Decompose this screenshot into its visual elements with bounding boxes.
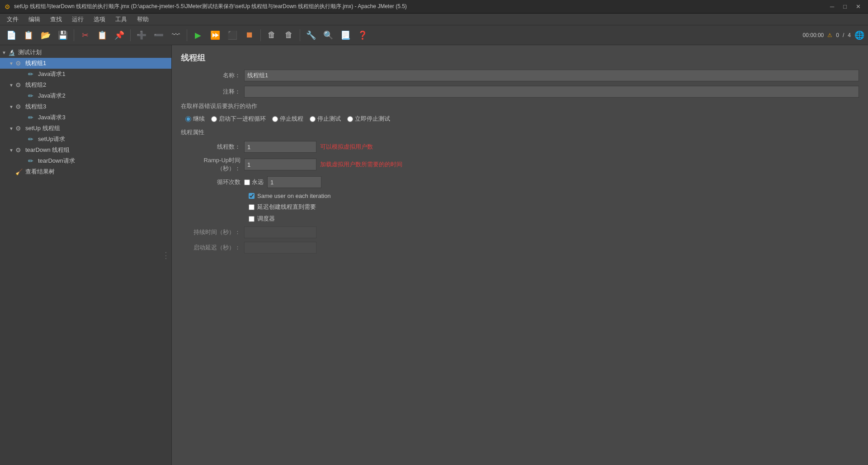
function-helper-button[interactable]: 🔧 [303, 28, 319, 43]
thread-count-row: 线程数： 可以模拟虚拟用户数 [181, 141, 859, 153]
scheduler-row[interactable]: 调度器 [249, 215, 859, 223]
scheduler-checkbox[interactable] [249, 216, 255, 222]
thread-count-label: 线程数： [181, 143, 244, 151]
delay-create-checkbox[interactable] [249, 204, 255, 210]
shutdown-button[interactable]: ⏹ [242, 28, 257, 43]
warning-count: 0 [836, 32, 839, 38]
window-title: setUp 线程组与tearDown 线程组的执行顺序.jmx (D:\apac… [14, 3, 827, 10]
sidebar-item-java-request-1[interactable]: ✏ Java请求1 [0, 69, 171, 80]
duration-row: 持续时间（秒）： [181, 226, 859, 238]
collapse-button[interactable]: ➖ [151, 28, 166, 43]
paste-button[interactable]: 📌 [112, 28, 127, 43]
separator-4 [260, 29, 261, 41]
pencil-icon-setup-req: ✏ [28, 136, 36, 143]
copy-button[interactable]: 📋 [94, 28, 110, 43]
name-row: 名称： [181, 70, 859, 81]
sidebar-item-teardown-request[interactable]: ✏ tearDown请求 [0, 155, 171, 166]
toolbar: 📄 📋 📂 💾 ✂ 📋 📌 ➕ ➖ 〰 ▶ ⏩ ⬛ ⏹ 🗑 🗑 🔧 🔍 📃 ❓ … [0, 25, 868, 45]
loop-count-input[interactable] [267, 176, 321, 188]
comment-input[interactable] [244, 86, 859, 98]
thread-props-title: 线程属性 [181, 128, 859, 136]
rampup-input[interactable] [244, 159, 316, 170]
loop-forever-text: 永远 [252, 178, 264, 186]
sidebar-item-setup-thread-group[interactable]: ▼ ⚙ setUp 线程组 [0, 123, 171, 134]
menu-file[interactable]: 文件 [2, 14, 23, 25]
menu-edit[interactable]: 编辑 [24, 14, 45, 25]
sidebar-item-thread-group-2[interactable]: ▼ ⚙ 线程组2 [0, 80, 171, 90]
arrow-setup-tg: ▼ [9, 126, 15, 131]
startup-delay-input[interactable] [244, 242, 316, 254]
name-input[interactable] [244, 70, 859, 81]
open-button[interactable]: 📂 [38, 28, 53, 43]
same-user-label: Same user on each iteration [257, 193, 331, 199]
new-button[interactable]: 📄 [4, 28, 19, 43]
sidebar-item-setup-request[interactable]: ✏ setUp请求 [0, 134, 171, 145]
menu-run[interactable]: 运行 [67, 14, 88, 25]
menu-find[interactable]: 查找 [46, 14, 66, 25]
radio-stop-test-now-label: 立即停止测试 [355, 115, 390, 123]
stop-button[interactable]: ⬛ [225, 28, 240, 43]
radio-stop-test[interactable]: 停止测试 [310, 115, 341, 123]
gear-icon-tg3: ⚙ [15, 103, 24, 110]
sidebar-item-thread-group-1[interactable]: ▼ ⚙ 线程组1 [0, 58, 171, 69]
gear-icon-teardown: ⚙ [15, 146, 24, 154]
restore-button[interactable]: □ [840, 2, 849, 11]
menu-options[interactable]: 选项 [89, 14, 110, 25]
startup-delay-label: 启动延迟（秒）： [181, 244, 244, 252]
close-button[interactable]: ✕ [853, 2, 863, 11]
toggle-button[interactable]: 〰 [168, 28, 184, 43]
expand-button[interactable]: ➕ [134, 28, 149, 43]
main-layout: ▼ 🔬 测试计划 ▼ ⚙ 线程组1 ✏ Java请求1 ▼ ⚙ 线程组2 ✏ J… [0, 45, 868, 465]
test-plan-label: 测试计划 [18, 48, 42, 56]
list-button[interactable]: 📃 [338, 28, 353, 43]
arrow-test-plan: ▼ [2, 50, 8, 55]
sidebar-item-thread-group-3[interactable]: ▼ ⚙ 线程组3 [0, 101, 171, 112]
same-user-row[interactable]: Same user on each iteration [249, 193, 859, 199]
loop-count-label: 循环次数 [181, 178, 244, 186]
sidebar-tree: ▼ 🔬 测试计划 ▼ ⚙ 线程组1 ✏ Java请求1 ▼ ⚙ 线程组2 ✏ J… [0, 45, 172, 465]
help-button[interactable]: ❓ [355, 28, 370, 43]
clear-all-button[interactable]: 🗑 [281, 28, 297, 43]
same-user-checkbox[interactable] [249, 193, 255, 199]
sidebar-item-java-request-2[interactable]: ✏ Java请求2 [0, 90, 171, 101]
thread-count-input[interactable] [244, 141, 316, 153]
globe-icon: 🌐 [854, 30, 864, 40]
drag-indicator: ⋮ [162, 250, 170, 260]
startup-delay-row: 启动延迟（秒）： [181, 242, 859, 254]
start-button[interactable]: ▶ [190, 28, 206, 43]
radio-next-loop[interactable]: 启动下一进程循环 [211, 115, 266, 123]
panel-title: 线程组 [181, 52, 859, 63]
loop-forever-label[interactable]: 永远 [244, 178, 264, 186]
duration-input[interactable] [244, 226, 316, 238]
gear-icon-tg2: ⚙ [15, 81, 24, 89]
menu-tools[interactable]: 工具 [111, 14, 132, 25]
search-button[interactable]: 🔍 [321, 28, 336, 43]
error-action-label: 在取样器错误后要执行的动作 [181, 102, 859, 110]
thread-group-1-label: 线程组1 [25, 59, 46, 67]
sidebar-item-java-request-3[interactable]: ✏ Java请求3 [0, 112, 171, 123]
pencil-icon-teardown-req: ✏ [28, 157, 36, 164]
arrow-tg3: ▼ [9, 104, 15, 109]
sidebar-item-view-result-tree[interactable]: 🧹 查看结果树 [0, 166, 171, 177]
loop-forever-checkbox[interactable] [244, 179, 250, 185]
broom-icon-vrt: 🧹 [15, 169, 24, 175]
sidebar-item-test-plan[interactable]: ▼ 🔬 测试计划 [0, 47, 171, 58]
plan-icon: 🔬 [8, 49, 16, 56]
cut-button[interactable]: ✂ [77, 28, 93, 43]
save-button[interactable]: 💾 [55, 28, 71, 43]
template-button[interactable]: 📋 [21, 28, 36, 43]
delay-create-row[interactable]: 延迟创建线程直到需要 [249, 203, 859, 211]
radio-stop-test-now[interactable]: 立即停止测试 [347, 115, 390, 123]
radio-continue[interactable]: 继续 [185, 115, 205, 123]
menu-help[interactable]: 帮助 [132, 14, 153, 25]
sidebar-item-teardown-thread-group[interactable]: ▼ ⚙ tearDown 线程组 [0, 145, 171, 155]
gear-icon-setup: ⚙ [15, 125, 24, 132]
clear-button[interactable]: 🗑 [264, 28, 279, 43]
setup-request-label: setUp请求 [38, 135, 65, 143]
minimize-button[interactable]: ─ [827, 2, 837, 11]
app-icon: ⚙ [5, 3, 10, 10]
start-no-pause-button[interactable]: ⏩ [208, 28, 223, 43]
window-controls[interactable]: ─ □ ✕ [827, 2, 863, 11]
title-bar: ⚙ setUp 线程组与tearDown 线程组的执行顺序.jmx (D:\ap… [0, 0, 868, 14]
radio-stop-thread[interactable]: 停止线程 [272, 115, 303, 123]
